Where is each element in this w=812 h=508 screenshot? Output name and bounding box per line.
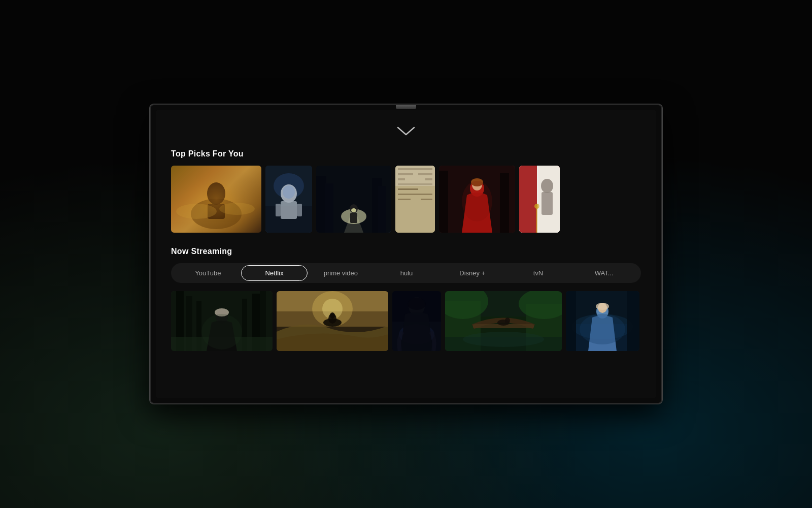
thumb-inner (171, 291, 273, 351)
thumb-inner (445, 291, 562, 351)
top-picks-title: Top Picks For You (171, 149, 641, 158)
warrior-scene (171, 166, 261, 233)
streaming-content-row (171, 291, 641, 351)
svg-rect-50 (538, 166, 560, 233)
thumb-inner (566, 291, 639, 351)
rider-scene (277, 291, 388, 351)
svg-point-93 (596, 303, 609, 310)
now-streaming-title: Now Streaming (171, 247, 641, 256)
tab-disney[interactable]: Disney + (439, 266, 505, 280)
thumb-inner (277, 291, 388, 351)
forest-girl-scene (171, 291, 273, 351)
maze-scene (395, 166, 435, 233)
svg-point-23 (351, 208, 356, 212)
svg-rect-90 (627, 291, 639, 351)
svg-point-5 (219, 203, 255, 215)
svg-point-83 (463, 332, 544, 347)
tv-frame: Top Picks For You (150, 104, 662, 404)
svg-rect-32 (398, 188, 418, 190)
now-streaming-section: Now Streaming YouTube Netflix prime vide… (171, 247, 641, 351)
stream-thumb-blue-forest[interactable] (566, 291, 639, 351)
thumbnail-maze[interactable] (395, 166, 435, 233)
tv-screen: Top Picks For You (156, 110, 656, 398)
thumbnail-astronaut[interactable] (265, 166, 312, 233)
tab-youtube[interactable]: YouTube (175, 266, 241, 280)
theater-scene (519, 166, 560, 233)
thumbnail-desert-warrior[interactable] (171, 166, 261, 233)
svg-rect-45 (519, 166, 537, 233)
svg-rect-38 (439, 171, 448, 233)
svg-rect-22 (350, 213, 357, 223)
tab-prime[interactable]: prime video (308, 266, 374, 280)
service-tabs-bar: YouTube Netflix prime video hulu Disney … (171, 263, 641, 283)
svg-point-74 (408, 298, 426, 310)
thumb-inner (519, 166, 560, 233)
thumbnail-dark-forest[interactable] (316, 166, 391, 233)
svg-rect-15 (316, 176, 326, 233)
blue-forest-scene (566, 291, 639, 351)
astronaut-scene (265, 166, 312, 233)
svg-point-2 (207, 182, 225, 205)
svg-point-11 (283, 185, 295, 199)
top-picks-section: Top Picks For You (171, 149, 641, 233)
red-hood-scene (439, 166, 515, 233)
svg-rect-89 (566, 291, 576, 351)
svg-rect-18 (378, 186, 386, 233)
svg-rect-49 (536, 206, 537, 233)
thumbnail-red-hood[interactable] (439, 166, 515, 233)
svg-rect-35 (421, 199, 432, 200)
svg-rect-33 (398, 194, 432, 195)
thumb-inner (265, 166, 312, 233)
svg-point-69 (330, 312, 335, 319)
svg-rect-16 (325, 183, 333, 233)
thumb-inner (171, 166, 261, 233)
svg-rect-13 (297, 204, 302, 216)
svg-rect-34 (398, 199, 411, 200)
svg-point-4 (176, 204, 217, 219)
tab-tvn[interactable]: tvN (505, 266, 571, 280)
tab-hulu[interactable]: hulu (374, 266, 439, 280)
thumb-inner (439, 166, 515, 233)
thumb-inner (316, 166, 391, 233)
stream-thumb-bridge[interactable] (445, 291, 562, 351)
svg-point-1 (191, 199, 242, 229)
svg-point-43 (462, 181, 492, 221)
brand-logo-area (171, 125, 641, 137)
thumb-inner (392, 291, 441, 351)
stream-thumb-rider[interactable] (277, 291, 388, 351)
svg-point-94 (580, 314, 625, 344)
thumb-inner (395, 166, 435, 233)
svg-rect-39 (500, 173, 509, 233)
tv-top-notch (396, 105, 416, 109)
svg-point-85 (505, 318, 510, 324)
svg-rect-36 (395, 166, 435, 186)
stream-thumb-forest-girl[interactable] (171, 291, 273, 351)
tab-netflix[interactable]: Netflix (241, 265, 308, 281)
chevron-icon (396, 125, 416, 137)
thumbnail-theater[interactable] (519, 166, 560, 233)
bridge-scene (445, 291, 562, 351)
svg-point-61 (201, 314, 242, 350)
tab-watcha[interactable]: WAT... (571, 266, 637, 280)
reaper-scene (392, 291, 441, 351)
forest-light-scene (316, 166, 391, 233)
svg-rect-12 (276, 204, 281, 216)
stream-thumb-reaper[interactable] (392, 291, 441, 351)
svg-rect-3 (208, 204, 225, 219)
top-picks-row (171, 166, 641, 233)
svg-rect-10 (281, 201, 297, 219)
